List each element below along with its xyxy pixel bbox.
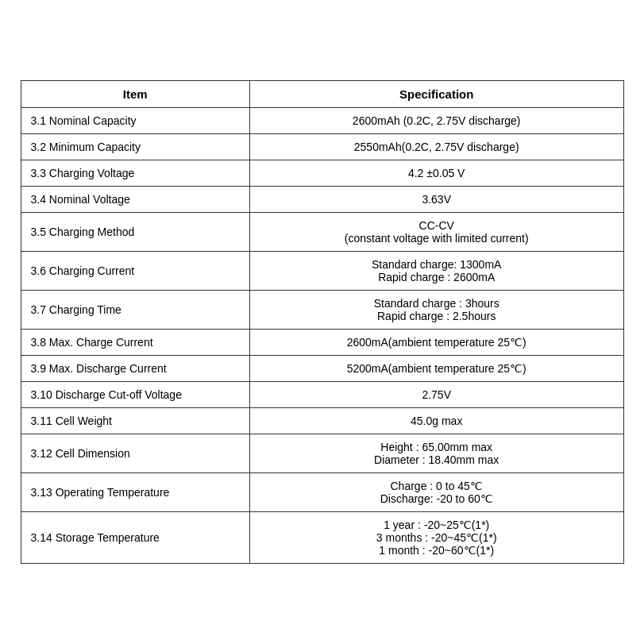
item-cell: 3.2 Minimum Capacity: [21, 134, 249, 160]
col-item-header: Item: [21, 81, 249, 108]
item-cell: 3.8 Max. Charge Current: [21, 330, 249, 356]
header-row: Item Specification: [21, 81, 623, 108]
table-row: 3.1 Nominal Capacity2600mAh (0.2C, 2.75V…: [21, 108, 623, 134]
item-cell: 3.14 Storage Temperature: [21, 512, 249, 564]
item-cell: 3.7 Charging Time: [21, 291, 249, 330]
item-cell: 3.1 Nominal Capacity: [21, 108, 249, 134]
table-row: 3.3 Charging Voltage4.2 ±0.05 V: [21, 160, 623, 187]
table-row: 3.14 Storage Temperature1 year : -20~25℃…: [21, 512, 623, 564]
item-cell: 3.12 Cell Dimension: [21, 434, 249, 473]
spec-cell: Height : 65.00mm maxDiameter : 18.40mm m…: [249, 434, 623, 473]
spec-line: 3.63V: [260, 193, 614, 206]
spec-cell: 2600mAh (0.2C, 2.75V discharge): [249, 108, 623, 134]
item-cell: 3.13 Operating Temperature: [21, 473, 249, 512]
table-row: 3.11 Cell Weight45.0g max: [21, 408, 623, 434]
col-spec-header: Specification: [249, 81, 623, 108]
spec-cell: Charge : 0 to 45℃Discharge: -20 to 60℃: [249, 473, 623, 512]
item-cell: 3.9 Max. Discharge Current: [21, 356, 249, 382]
spec-line: 5200mA(ambient temperature 25℃): [260, 362, 614, 375]
spec-line: 2600mAh (0.2C, 2.75V discharge): [260, 114, 614, 127]
table-row: 3.8 Max. Charge Current2600mA(ambient te…: [21, 330, 623, 356]
spec-cell: 2600mA(ambient temperature 25℃): [249, 330, 623, 356]
spec-cell: 45.0g max: [249, 408, 623, 434]
spec-line: 2550mAh(0.2C, 2.75V discharge): [260, 141, 614, 153]
table-row: 3.9 Max. Discharge Current5200mA(ambient…: [21, 356, 623, 382]
spec-line: Diameter : 18.40mm max: [260, 453, 614, 466]
spec-line: 2.75V: [260, 388, 614, 401]
table-row: 3.6 Charging CurrentStandard charge: 130…: [21, 252, 623, 291]
spec-cell: CC-CV(constant voltage with limited curr…: [249, 213, 623, 252]
item-cell: 3.5 Charging Method: [21, 213, 249, 252]
spec-line: (constant voltage with limited current): [260, 232, 614, 245]
spec-cell: 2.75V: [249, 382, 623, 408]
spec-line: Height : 65.00mm max: [260, 441, 614, 453]
spec-line: 2600mA(ambient temperature 25℃): [260, 336, 614, 349]
spec-line: Standard charge : 3hours: [260, 297, 614, 310]
spec-cell: 3.63V: [249, 187, 623, 213]
spec-cell: 4.2 ±0.05 V: [249, 160, 623, 187]
table-row: 3.7 Charging TimeStandard charge : 3hour…: [21, 291, 623, 330]
spec-line: Rapid charge : 2.5hours: [260, 310, 614, 322]
spec-cell: Standard charge: 1300mARapid charge : 26…: [249, 252, 623, 291]
table-row: 3.5 Charging MethodCC-CV(constant voltag…: [21, 213, 623, 252]
spec-cell: Standard charge : 3hoursRapid charge : 2…: [249, 291, 623, 330]
item-cell: 3.11 Cell Weight: [21, 408, 249, 434]
table-row: 3.4 Nominal Voltage3.63V: [21, 187, 623, 213]
item-cell: 3.4 Nominal Voltage: [21, 187, 249, 213]
spec-line: CC-CV: [260, 219, 614, 232]
spec-cell: 2550mAh(0.2C, 2.75V discharge): [249, 134, 623, 160]
spec-line: Standard charge: 1300mA: [260, 258, 614, 271]
spec-table-wrapper: Item Specification 3.1 Nominal Capacity2…: [21, 80, 624, 564]
spec-table: Item Specification 3.1 Nominal Capacity2…: [21, 80, 624, 564]
spec-line: 1 year : -20~25℃(1*): [260, 519, 614, 531]
spec-cell: 5200mA(ambient temperature 25℃): [249, 356, 623, 382]
item-cell: 3.10 Discharge Cut-off Voltage: [21, 382, 249, 408]
spec-line: Rapid charge : 2600mA: [260, 271, 614, 283]
spec-line: 1 month : -20~60℃(1*): [260, 544, 614, 557]
spec-line: 3 months : -20~45℃(1*): [260, 531, 614, 544]
spec-line: Charge : 0 to 45℃: [260, 480, 614, 492]
spec-cell: 1 year : -20~25℃(1*)3 months : -20~45℃(1…: [249, 512, 623, 564]
table-row: 3.12 Cell DimensionHeight : 65.00mm maxD…: [21, 434, 623, 473]
table-row: 3.13 Operating TemperatureCharge : 0 to …: [21, 473, 623, 512]
spec-line: 45.0g max: [260, 415, 614, 427]
table-row: 3.2 Minimum Capacity2550mAh(0.2C, 2.75V …: [21, 134, 623, 160]
item-cell: 3.6 Charging Current: [21, 252, 249, 291]
item-cell: 3.3 Charging Voltage: [21, 160, 249, 187]
spec-line: 4.2 ±0.05 V: [260, 167, 614, 179]
table-row: 3.10 Discharge Cut-off Voltage2.75V: [21, 382, 623, 408]
spec-line: Discharge: -20 to 60℃: [260, 492, 614, 505]
